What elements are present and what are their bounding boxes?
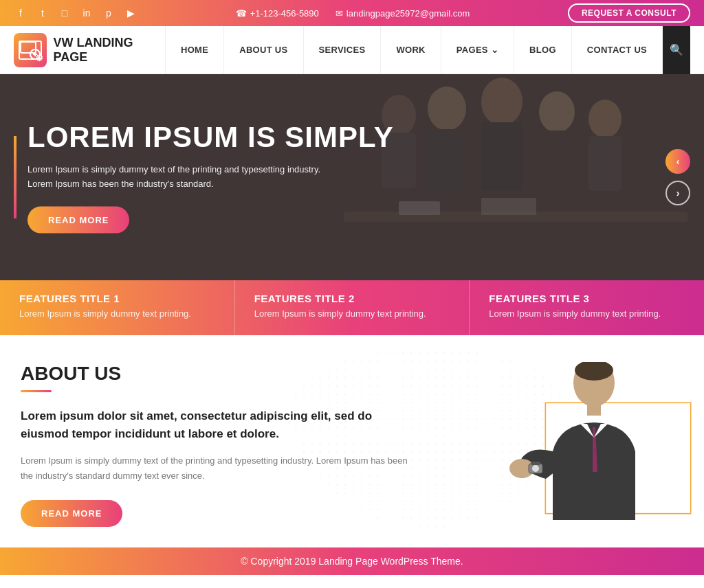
hero-section: LOREM IPSUM IS SIMPLY Lorem Ipsum is sim… xyxy=(0,74,704,280)
nav-blog[interactable]: BLOG xyxy=(514,26,572,74)
hero-prev-button[interactable]: ‹ xyxy=(666,149,690,174)
feature-desc-3: Lorem Ipsum is simply dummy text printin… xyxy=(489,308,685,319)
top-bar: f t □ in p ▶ ☎ +1-123-456-5890 ✉ landing… xyxy=(0,0,704,26)
feature-title-3: FEATURES TITLE 3 xyxy=(489,293,685,304)
about-section: ABOUT US Lorem ipsum dolor sit amet, con… xyxy=(0,335,704,547)
feature-title-1: FEATURES TITLE 1 xyxy=(19,293,215,304)
footer: © Copyright 2019 Landing Page WordPress … xyxy=(0,547,704,575)
svg-rect-0 xyxy=(21,42,36,53)
hero-next-button[interactable]: › xyxy=(666,181,690,205)
instagram-icon[interactable]: □ xyxy=(58,6,72,20)
search-button[interactable]: 🔍 xyxy=(663,26,690,74)
nav-services[interactable]: SERVICES xyxy=(304,26,382,74)
svg-rect-22 xyxy=(587,402,601,416)
nav-about[interactable]: ABOUT US xyxy=(224,26,303,74)
hero-navigation: ‹ › xyxy=(666,149,690,205)
request-consult-button[interactable]: REQUEST A CONSULT xyxy=(568,3,690,23)
logo[interactable]: VW LANDING PAGE xyxy=(14,33,165,67)
contact-info: ☎ +1-123-456-5890 ✉ landingpage25972@gma… xyxy=(236,8,470,19)
email-icon: ✉ xyxy=(336,8,343,19)
footer-text: © Copyright 2019 Landing Page WordPress … xyxy=(241,556,463,567)
youtube-icon[interactable]: ▶ xyxy=(124,6,138,20)
svg-point-1 xyxy=(30,49,40,59)
phone-number: +1-123-456-5890 xyxy=(250,8,319,19)
feature-desc-2: Lorem Ipsum is simply dummy text printin… xyxy=(254,308,450,319)
facebook-icon[interactable]: f xyxy=(14,6,28,20)
logo-icon xyxy=(14,33,47,67)
phone-icon: ☎ xyxy=(236,8,247,19)
feature-desc-1: Lorem Ipsum is simply dummy text printin… xyxy=(19,308,215,319)
email-info: ✉ landingpage25972@gmail.com xyxy=(336,8,470,19)
about-person-svg xyxy=(491,362,697,520)
features-bar: FEATURES TITLE 1 Lorem Ipsum is simply d… xyxy=(0,280,704,335)
social-links: f t □ in p ▶ xyxy=(14,6,138,20)
hero-description: Lorem Ipsum is simply dummy text of the … xyxy=(28,163,394,192)
twitter-icon[interactable]: t xyxy=(36,6,50,20)
pinterest-icon[interactable]: p xyxy=(102,6,116,20)
nav-pages[interactable]: PAGES ⌄ xyxy=(441,26,514,74)
about-title-underline xyxy=(21,390,52,392)
phone-info: ☎ +1-123-456-5890 xyxy=(236,8,319,19)
svg-point-28 xyxy=(532,465,539,472)
feature-item-3: FEATURES TITLE 3 Lorem Ipsum is simply d… xyxy=(470,280,704,335)
hero-accent-bar xyxy=(14,136,16,218)
feature-item-2: FEATURES TITLE 2 Lorem Ipsum is simply d… xyxy=(235,280,470,335)
logo-text: VW LANDING PAGE xyxy=(54,36,165,65)
nav-home[interactable]: HOME xyxy=(165,26,224,74)
navbar: VW LANDING PAGE HOME ABOUT US SERVICES W… xyxy=(0,26,704,74)
about-cta-button[interactable]: READ MORE xyxy=(21,500,122,527)
nav-contact[interactable]: CONTACT US xyxy=(572,26,663,74)
linkedin-icon[interactable]: in xyxy=(80,6,94,20)
nav-work[interactable]: WORK xyxy=(381,26,441,74)
email-address: landingpage25972@gmail.com xyxy=(346,8,470,19)
feature-item-1: FEATURES TITLE 1 Lorem Ipsum is simply d… xyxy=(0,280,235,335)
hero-content: LOREM IPSUM IS SIMPLY Lorem Ipsum is sim… xyxy=(28,122,394,234)
search-icon: 🔍 xyxy=(670,43,683,56)
svg-rect-29 xyxy=(531,462,540,465)
nav-links: HOME ABOUT US SERVICES WORK PAGES ⌄ BLOG… xyxy=(165,26,663,74)
about-image-area xyxy=(491,362,697,520)
hero-cta-button[interactable]: READ MORE xyxy=(28,206,129,233)
hero-title: LOREM IPSUM IS SIMPLY xyxy=(28,122,394,153)
feature-title-2: FEATURES TITLE 2 xyxy=(254,293,450,304)
